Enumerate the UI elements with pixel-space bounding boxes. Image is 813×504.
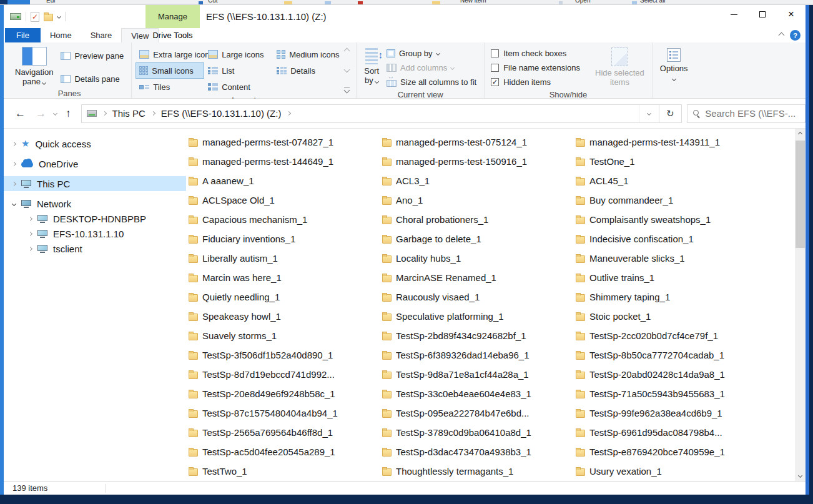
- minimize-button[interactable]: [719, 5, 748, 24]
- file-item[interactable]: Marcin was here_1: [189, 268, 379, 287]
- details-pane-button[interactable]: Details pane: [57, 72, 127, 86]
- tab-file[interactable]: File: [5, 28, 41, 42]
- file-item[interactable]: TestOne_1: [576, 152, 766, 171]
- file-item[interactable]: TestSp-2bd89f434c924682bf_1: [382, 326, 573, 345]
- breadcrumb-chevron-icon[interactable]: [287, 111, 291, 116]
- file-item[interactable]: Capacious mechanism_1: [189, 210, 379, 229]
- file-name-extensions-checkbox[interactable]: File name extensions: [488, 61, 583, 75]
- file-item[interactable]: TestSp-095ea222784b47e6bd...: [382, 403, 573, 423]
- file-item[interactable]: TestSp-3f506df1b52a40d890_1: [189, 345, 379, 365]
- recent-locations-icon[interactable]: [53, 111, 57, 116]
- sidebar-item-this-pc[interactable]: This PC: [4, 176, 186, 191]
- new-folder-icon[interactable]: [44, 14, 53, 21]
- sidebar-item-efs-10-131-1-10[interactable]: EFS-10.131.1.10: [4, 226, 186, 241]
- file-item[interactable]: TestSp-9d8a71e8a1cf44a28a_1: [382, 365, 573, 384]
- breadcrumb-chevron-icon[interactable]: [102, 111, 106, 116]
- refresh-button[interactable]: ↻: [659, 104, 682, 123]
- file-item[interactable]: Garbage to delete_1: [382, 229, 573, 249]
- scrollbar-thumb[interactable]: [796, 141, 805, 248]
- file-item[interactable]: TestSp-6f389326dad14eba96_1: [382, 345, 573, 365]
- file-item[interactable]: ACL45_1: [576, 171, 766, 190]
- file-item[interactable]: Buy commandeer_1: [576, 190, 766, 210]
- file-item[interactable]: Complaisantly sweatshops_1: [576, 210, 766, 229]
- up-button[interactable]: ↑: [59, 107, 77, 120]
- chevron-right-icon[interactable]: [28, 216, 32, 220]
- hidden-items-checkbox[interactable]: ✓ Hidden items: [488, 75, 583, 89]
- breadcrumb-chevron-icon[interactable]: [151, 111, 155, 116]
- scroll-up-arrow[interactable]: [795, 129, 806, 139]
- file-item[interactable]: TestSp-33c0eb4eae604e4e83_1: [382, 384, 573, 403]
- file-item[interactable]: TestSp-d3dac473470a4938b3_1: [382, 442, 573, 462]
- sort-by-button[interactable]: Sort by: [360, 46, 383, 87]
- file-item[interactable]: Quietly needling_1: [189, 287, 379, 307]
- file-item[interactable]: A aaanew_1: [189, 171, 379, 190]
- file-item[interactable]: TestTwo_1: [189, 462, 379, 481]
- forward-button[interactable]: →: [31, 107, 51, 120]
- view-details[interactable]: Details: [273, 62, 342, 79]
- sidebar-item-tsclient[interactable]: tsclient: [4, 241, 186, 256]
- file-item[interactable]: Indecisive confiscation_1: [576, 229, 766, 249]
- tab-home[interactable]: Home: [41, 28, 81, 42]
- hide-selected-items-button[interactable]: Hide selected items: [591, 46, 648, 89]
- chevron-right-icon[interactable]: [12, 141, 16, 146]
- search-box[interactable]: Search EFS (\\EFS-...: [687, 104, 806, 123]
- sidebar-item-desktop-hdnbpbp[interactable]: DESKTOP-HDNBPBP: [4, 211, 186, 226]
- chevron-right-icon[interactable]: [12, 181, 16, 185]
- file-item[interactable]: managed-perms-test-074827_1: [189, 132, 379, 152]
- view-content[interactable]: Content: [204, 79, 273, 95]
- file-item[interactable]: Choral probationers_1: [382, 210, 573, 229]
- file-item[interactable]: TestSp-99fe962a38ea4cd6b9_1: [576, 403, 766, 423]
- layout-scroll-up-icon[interactable]: [344, 48, 350, 54]
- file-item[interactable]: Speakeasy howl_1: [189, 307, 379, 326]
- file-item[interactable]: Speculative platforming_1: [382, 307, 573, 326]
- file-item[interactable]: TestSp-3789c0d9ba06410a8d_1: [382, 423, 573, 442]
- sidebar-item-onedrive[interactable]: OneDrive: [4, 156, 186, 171]
- layout-scroll-down-icon[interactable]: [344, 67, 350, 73]
- options-button[interactable]: Options: [656, 46, 692, 84]
- file-item[interactable]: Fiduciary inventions_1: [189, 229, 379, 249]
- file-item[interactable]: TestSp-71a50c5943b9455683_1: [576, 384, 766, 403]
- file-item[interactable]: Suavely storms_1: [189, 326, 379, 345]
- view-small-icons[interactable]: Small icons: [136, 62, 204, 79]
- view-medium-icons[interactable]: Medium icons: [273, 46, 342, 62]
- preview-pane-button[interactable]: Preview pane: [57, 49, 127, 63]
- add-columns-button[interactable]: Add columns: [383, 61, 480, 75]
- drive-icon[interactable]: [10, 13, 21, 20]
- file-item[interactable]: Shimmery taping_1: [576, 287, 766, 307]
- manage-context-header[interactable]: Manage: [145, 5, 200, 28]
- qat-dropdown-icon[interactable]: [57, 14, 61, 19]
- tab-drive-tools[interactable]: Drive Tools: [145, 28, 200, 42]
- view-list[interactable]: List: [204, 62, 273, 79]
- file-item[interactable]: TestSp-2565a769564b46ff8d_1: [189, 423, 379, 442]
- file-item[interactable]: Outlive trains_1: [576, 268, 766, 287]
- file-item[interactable]: Maneuverable slicks_1: [576, 249, 766, 268]
- file-item[interactable]: TestSp-e8769420bce740959e_1: [576, 442, 766, 462]
- file-item[interactable]: MarcinASE Renamed_1: [382, 268, 573, 287]
- file-item[interactable]: Ano_1: [382, 190, 573, 210]
- chevron-right-icon[interactable]: [12, 161, 16, 166]
- view-tiles[interactable]: Tiles: [136, 79, 204, 95]
- scroll-down-arrow[interactable]: [795, 470, 806, 481]
- sidebar-item-network[interactable]: Network: [4, 196, 186, 211]
- file-item[interactable]: Thoughtlessly termagants_1: [382, 462, 573, 481]
- file-item[interactable]: TestSp-ac5d04fee20545a289_1: [189, 442, 379, 462]
- file-item[interactable]: managed-perms-test-144649_1: [189, 152, 379, 171]
- view-large-icons[interactable]: Large icons: [204, 46, 273, 62]
- file-item[interactable]: Raucously visaed_1: [382, 287, 573, 307]
- size-all-columns-button[interactable]: Size all columns to fit: [383, 75, 480, 89]
- tab-share[interactable]: Share: [81, 28, 122, 42]
- layout-more-button[interactable]: [344, 87, 350, 93]
- file-item[interactable]: TestSp-2cc020b0d7cf4ce79f_1: [576, 326, 766, 345]
- chevron-right-icon[interactable]: [28, 246, 32, 250]
- file-item[interactable]: Liberally autism_1: [189, 249, 379, 268]
- back-button[interactable]: ←: [10, 107, 31, 120]
- group-by-button[interactable]: Group by: [383, 46, 480, 61]
- file-item[interactable]: TestSp-8b50ca7772704cadab_1: [576, 345, 766, 365]
- chevron-down-icon[interactable]: [12, 201, 16, 205]
- file-item[interactable]: Usury vexation_1: [576, 462, 766, 481]
- file-item[interactable]: managed-perms-test-075124_1: [382, 132, 573, 152]
- address-dropdown-button[interactable]: [639, 105, 659, 122]
- sidebar-item-quick-access[interactable]: ★Quick access: [4, 136, 186, 151]
- maximize-button[interactable]: [748, 5, 777, 24]
- file-item[interactable]: Locality hubs_1: [382, 249, 573, 268]
